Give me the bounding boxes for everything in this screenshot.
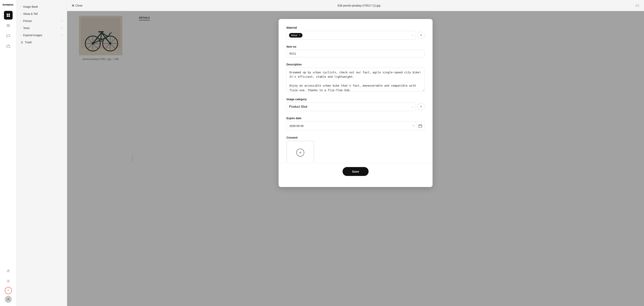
sidebar-item-label: Presse — [23, 19, 32, 23]
description-label: Description — [286, 63, 425, 66]
top-bar: Close Edit pexels-pixabay-276517 (1).jpg… — [67, 0, 644, 11]
chevron-icon: › — [20, 13, 21, 15]
svg-point-10 — [8, 298, 9, 299]
item-no-label: Item no — [286, 45, 425, 48]
material-tag: Metal ✕ — [289, 33, 302, 38]
svg-point-9 — [8, 280, 9, 282]
description-group: Description Dreamed up by urban cyclists… — [286, 63, 425, 92]
sidebar-item-presse[interactable]: › Presse ♡ — [16, 17, 67, 25]
description-textarea[interactable]: Dreamed up by urban cyclists, check out … — [286, 68, 425, 91]
svg-rect-0 — [7, 14, 8, 15]
user-avatar[interactable] — [5, 296, 12, 303]
chevron-icon: › — [20, 6, 21, 8]
svg-rect-7 — [7, 46, 10, 48]
sidebar-item-label: Expired images — [23, 34, 42, 37]
image-category-value: Product Shot — [289, 105, 308, 108]
bottom-icons: ? — [4, 266, 13, 303]
chevron-down-icon: ⌄ — [412, 34, 414, 37]
material-select[interactable]: Metal ✕ ⌄ — [286, 31, 416, 40]
sidebar-icon-person[interactable] — [4, 266, 13, 275]
material-select-container: Metal ✕ ⌄ + — [286, 31, 425, 40]
svg-rect-5 — [7, 25, 10, 26]
close-button[interactable]: Close — [72, 4, 82, 7]
trash-label: Trash — [25, 41, 32, 44]
material-add-button[interactable]: + — [418, 32, 425, 39]
app-logo: kontainer. — [2, 3, 14, 6]
svg-rect-6 — [7, 26, 10, 27]
page-counter: 1/1 — [636, 4, 639, 7]
consent-upload-area[interactable]: + — [286, 141, 314, 165]
image-category-group: Image category Product Shot ⌄ + — [286, 98, 425, 111]
sidebar-icon-grid[interactable] — [4, 11, 13, 20]
nav-panel: › Image Bank › Show & Tell › Presse ♡ › … — [16, 0, 67, 306]
sidebar-item-show-tell[interactable]: › Show & Tell — [16, 10, 67, 17]
sidebar-item-expired-images[interactable]: › Expired images ♡ — [16, 32, 67, 39]
content-area: pexels-pixabay-27651~.jpg · 1 MB DETAILS… — [67, 11, 644, 306]
sidebar-icon-chat[interactable] — [4, 32, 13, 40]
consent-plus-icon: + — [296, 149, 304, 157]
image-category-label: Image category — [286, 98, 425, 101]
chevron-icon: › — [20, 20, 21, 22]
sidebar-item-label: Image Bank — [23, 5, 38, 8]
expire-date-group: Expire date × — [286, 117, 425, 130]
sidebar-icon-settings[interactable] — [4, 277, 13, 285]
image-category-add-button[interactable]: + — [418, 103, 425, 110]
consent-group: Consent + — [286, 136, 425, 165]
date-clear-button[interactable]: × — [411, 124, 416, 128]
help-icon[interactable]: ? — [5, 287, 12, 294]
heart-icon: ♡ — [61, 27, 63, 30]
sidebar-icons: kontainer. — [0, 0, 16, 306]
main-content: Close Edit pexels-pixabay-276517 (1).jpg… — [67, 0, 644, 306]
sidebar-icon-list[interactable] — [4, 21, 13, 30]
date-container: × — [286, 121, 425, 130]
sidebar-item-trash[interactable]: 🗑 Trash — [16, 39, 67, 46]
sidebar-icon-briefcase[interactable] — [4, 42, 13, 50]
save-btn-container: Save — [278, 163, 432, 180]
material-tag-label: Metal — [291, 34, 297, 37]
chevron-icon: › — [20, 27, 21, 29]
window-title: Edit pexels-pixabay-276517 (1).jpg — [338, 4, 380, 7]
modal-overlay: Material Metal ✕ ⌄ + Item — [67, 11, 644, 306]
calendar-button[interactable] — [416, 121, 424, 130]
close-label: Close — [76, 4, 82, 7]
svg-rect-4 — [7, 24, 10, 25]
image-category-select-container: Product Shot ⌄ + — [286, 102, 425, 111]
item-no-input[interactable] — [286, 50, 425, 57]
svg-rect-1 — [8, 14, 10, 15]
material-label: Material — [286, 26, 425, 29]
sidebar-item-label: Show & Tell — [23, 12, 38, 16]
tag-remove-button[interactable]: ✕ — [298, 34, 300, 37]
save-button[interactable]: Save — [342, 167, 368, 176]
chevron-icon: › — [20, 34, 21, 36]
svg-rect-36 — [419, 125, 422, 127]
svg-rect-3 — [8, 16, 10, 17]
image-category-select[interactable]: Product Shot ⌄ — [286, 102, 416, 111]
heart-icon: ♡ — [61, 34, 63, 37]
svg-rect-2 — [7, 16, 8, 17]
heart-icon: ♡ — [61, 20, 63, 22]
svg-point-8 — [8, 270, 9, 271]
expire-date-label: Expire date — [286, 117, 425, 120]
item-no-group: Item no — [286, 45, 425, 57]
chevron-down-icon: ⌄ — [412, 105, 414, 108]
sidebar-item-image-bank[interactable]: › Image Bank — [16, 3, 67, 10]
expire-date-input[interactable] — [287, 122, 411, 129]
trash-icon: 🗑 — [20, 41, 23, 44]
material-group: Material Metal ✕ ⌄ + — [286, 26, 425, 40]
edit-modal: Material Metal ✕ ⌄ + Item — [278, 19, 432, 187]
consent-label: Consent — [286, 136, 425, 139]
sidebar-item-label: Tests — [23, 27, 30, 30]
sidebar-item-tests[interactable]: › Tests ♡ — [16, 25, 67, 32]
